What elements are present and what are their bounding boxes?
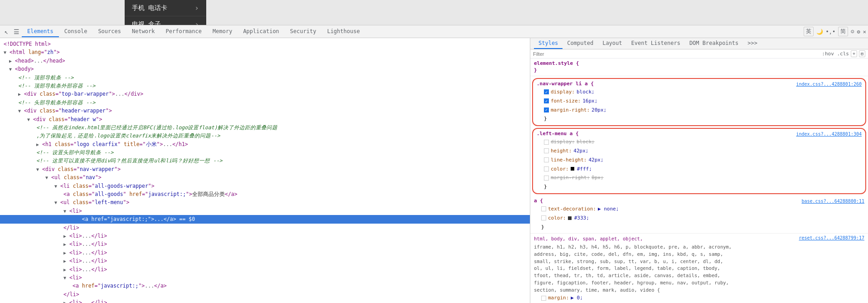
tab-layout[interactable]: Layout: [598, 38, 626, 49]
prop-checkbox-unchecked[interactable]: [544, 176, 549, 181]
lang-toggle[interactable]: 英: [804, 27, 814, 36]
filter-extra-btn[interactable]: ⊞: [859, 50, 865, 57]
prop-checkbox-unchecked[interactable]: [541, 296, 546, 301]
html-line-li-last-open: <li>: [0, 274, 530, 282]
prop-checkbox-unchecked[interactable]: [544, 157, 549, 162]
a-source[interactable]: base.css?...64288800:11: [802, 199, 864, 204]
filter-plus-btn[interactable]: +: [851, 50, 857, 57]
tab-more[interactable]: >>>: [743, 38, 762, 49]
page-wrapper: 手机 电话卡 › 电视 盒子 › ... ↖ ☰ Elements Consol…: [0, 0, 868, 303]
elements-panel[interactable]: <!DOCTYPE html> <html lang="zh"> <head>.…: [0, 38, 530, 303]
html-line-li-last-close: </li>: [0, 290, 530, 298]
nav-wrapper-source[interactable]: index.css?...4288801:260: [796, 82, 862, 87]
browser-preview: 手机 电话卡 › 电视 盒子 › ...: [0, 0, 868, 25]
reset-source[interactable]: reset.css?...64288799:17: [799, 235, 865, 240]
settings-extra[interactable]: •,•: [826, 29, 836, 35]
html-line-ul-leftmenu: <ul class="left-menu">: [0, 198, 530, 206]
html-line-comment1: <!-- 顶部导航条 -->: [0, 73, 530, 82]
style-rule-close: }: [534, 67, 864, 73]
emoji-icon[interactable]: ☺: [851, 29, 854, 35]
prop-checkbox-unchecked[interactable]: [544, 148, 549, 153]
html-line-bfc-comment1: <!-- 虽然在index.html里面已经通过开启BFC(通过给.logo设置…: [0, 123, 530, 132]
device-icon[interactable]: ☰: [12, 27, 21, 36]
triangle-icon[interactable]: [4, 50, 6, 55]
style-rule-a-close: }: [534, 223, 864, 232]
tab-performance[interactable]: Performance: [160, 26, 207, 37]
theme-icon[interactable]: 🌙: [816, 29, 823, 35]
triangle-icon[interactable]: [63, 300, 66, 303]
color-swatch2: [568, 216, 572, 220]
prop-checkbox[interactable]: ✓: [544, 98, 549, 103]
html-line-selected[interactable]: <a href="javascript:;">...</a> == $0: [0, 215, 530, 223]
html-line-html: <html lang="zh">: [0, 48, 530, 56]
style-rule-brace-close: }: [537, 114, 862, 123]
gear-icon[interactable]: ⚙: [857, 29, 860, 35]
tab-elements[interactable]: Elements: [22, 26, 59, 37]
prop-checkbox[interactable]: ✓: [544, 108, 549, 112]
triangle-icon[interactable]: [63, 242, 66, 247]
dropdown-item-label: 手机 电话卡: [132, 4, 167, 12]
prop-checkbox-unchecked[interactable]: [544, 166, 549, 171]
devtools-tabs: Elements Console Sources Network Perform…: [22, 26, 803, 37]
chevron-right-icon: ›: [194, 4, 199, 12]
triangle-icon[interactable]: [36, 142, 39, 147]
style-rule-brace-close2: }: [537, 182, 862, 191]
triangle-icon[interactable]: [54, 200, 57, 205]
triangle-icon[interactable]: [9, 67, 12, 72]
triangle-icon[interactable]: [54, 184, 57, 189]
filter-hint: :hov .cls: [822, 51, 849, 57]
devtools-body: <!DOCTYPE html> <html lang="zh"> <head>.…: [0, 38, 868, 303]
tab-network[interactable]: Network: [126, 26, 160, 37]
dropdown-item-phone[interactable]: 手机 电话卡 ›: [125, 0, 206, 16]
html-line-li-5: <li>...</li>: [0, 257, 530, 265]
tab-styles[interactable]: Styles: [534, 38, 563, 49]
tab-memory[interactable]: Memory: [207, 26, 238, 37]
triangle-icon[interactable]: [18, 92, 21, 97]
tab-dom-breakpoints[interactable]: DOM Breakpoints: [685, 38, 743, 49]
chinese-toggle[interactable]: 简: [838, 27, 848, 36]
html-line-topbar: <div class="top-bar-wrapper">...</div>: [0, 90, 530, 98]
filter-bar: :hov .cls + ⊞: [530, 49, 868, 59]
html-line-comment3: <!-- 头部导航条外部容器 -->: [0, 98, 530, 107]
leftmenu-source[interactable]: index.css?...4288801:304: [796, 132, 862, 137]
tab-event-listeners[interactable]: Event Listeners: [627, 38, 685, 49]
triangle-icon[interactable]: [63, 250, 66, 255]
dropdown-item-tv[interactable]: 电视 盒子 ›: [125, 16, 206, 25]
inspect-icon[interactable]: ↖: [2, 27, 11, 36]
style-prop-margin: margin: ▶ 0;: [534, 293, 864, 303]
html-line-li-extra: <li>...</li>: [0, 298, 530, 303]
toolbar-right: 英 🌙 •,• 简 ☺ ⚙ ✕: [804, 27, 866, 36]
prop-checkbox-unchecked[interactable]: [544, 140, 549, 145]
triangle-icon[interactable]: [45, 175, 48, 180]
close-icon[interactable]: ✕: [863, 29, 866, 35]
prop-checkbox-unchecked[interactable]: [541, 215, 546, 220]
triangle-icon[interactable]: [63, 267, 66, 272]
triangle-icon[interactable]: [36, 167, 39, 172]
triangle-icon[interactable]: [63, 234, 66, 239]
filter-input[interactable]: [533, 51, 820, 57]
html-line-li-2: <li>...</li>: [0, 232, 530, 240]
prop-checkbox[interactable]: ✓: [544, 89, 549, 94]
tab-application[interactable]: Application: [238, 26, 284, 37]
triangle-icon[interactable]: [63, 275, 66, 280]
tab-security[interactable]: Security: [285, 26, 322, 37]
tab-lighthouse[interactable]: Lighthouse: [322, 26, 365, 37]
html-line-li-4: <li>...</li>: [0, 249, 530, 257]
triangle-icon[interactable]: [63, 259, 66, 264]
html-line-ul-nav: <ul class="nav">: [0, 173, 530, 181]
tab-computed[interactable]: Computed: [563, 38, 598, 49]
tab-console[interactable]: Console: [59, 26, 93, 37]
html-line-doctype: <!DOCTYPE html>: [0, 40, 530, 48]
color-swatch: [571, 167, 574, 171]
html-line-comment2: <!-- 顶部导航条外部容器 -->: [0, 82, 530, 90]
prop-checkbox-unchecked[interactable]: [541, 206, 546, 211]
tab-sources[interactable]: Sources: [92, 26, 126, 37]
html-line-body: <body>: [0, 65, 530, 73]
triangle-icon[interactable]: [27, 117, 30, 122]
triangle-icon[interactable]: [9, 59, 12, 64]
triangle-icon[interactable]: [18, 108, 21, 113]
leftmenu-selector: .left-menu a {: [537, 131, 579, 137]
triangle-icon[interactable]: [63, 209, 66, 214]
style-rule-reset: html, body, div, span, applet, object, r…: [530, 234, 868, 303]
style-prop-lineheight: line-height: 42px;: [537, 156, 862, 165]
